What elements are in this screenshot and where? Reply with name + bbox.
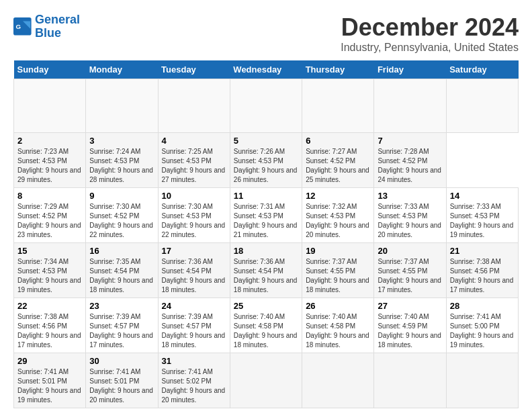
day-cell-14: 14 Sunrise: 7:33 AMSunset: 4:53 PMDaylig… xyxy=(446,188,518,243)
day-cell-30: 30 Sunrise: 7:41 AMSunset: 5:01 PMDaylig… xyxy=(86,353,158,408)
week-row-5: 22 Sunrise: 7:38 AMSunset: 4:56 PMDaylig… xyxy=(14,298,519,353)
day-number: 29 xyxy=(17,356,82,366)
day-number: 8 xyxy=(17,191,82,201)
day-info: Sunrise: 7:39 AMSunset: 4:57 PMDaylight:… xyxy=(162,312,226,350)
day-info: Sunrise: 7:28 AMSunset: 4:52 PMDaylight:… xyxy=(378,147,442,185)
day-info: Sunrise: 7:31 AMSunset: 4:53 PMDaylight:… xyxy=(234,202,298,240)
empty-cell xyxy=(230,353,302,408)
day-info: Sunrise: 7:40 AMSunset: 4:58 PMDaylight:… xyxy=(306,312,370,350)
day-number: 2 xyxy=(17,136,82,146)
day-number: 25 xyxy=(234,301,298,311)
day-cell-18: 18 Sunrise: 7:36 AMSunset: 4:54 PMDaylig… xyxy=(230,243,302,298)
day-cell-5: 5 Sunrise: 7:26 AMSunset: 4:53 PMDayligh… xyxy=(230,133,302,188)
day-info: Sunrise: 7:33 AMSunset: 4:53 PMDaylight:… xyxy=(378,202,442,240)
day-info: Sunrise: 7:38 AMSunset: 4:56 PMDaylight:… xyxy=(450,257,515,295)
svg-text:G: G xyxy=(16,23,21,30)
day-number: 27 xyxy=(378,301,442,311)
empty-cell xyxy=(302,353,374,408)
day-number: 3 xyxy=(89,136,154,146)
day-info: Sunrise: 7:24 AMSunset: 4:53 PMDaylight:… xyxy=(89,147,154,185)
day-info: Sunrise: 7:40 AMSunset: 4:58 PMDaylight:… xyxy=(234,312,298,350)
day-cell-31: 31 Sunrise: 7:41 AMSunset: 5:02 PMDaylig… xyxy=(158,353,230,408)
day-cell-24: 24 Sunrise: 7:39 AMSunset: 4:57 PMDaylig… xyxy=(158,298,230,353)
location-title: Industry, Pennsylvania, United States xyxy=(341,42,519,54)
day-info: Sunrise: 7:33 AMSunset: 4:53 PMDaylight:… xyxy=(450,202,515,240)
day-cell-9: 9 Sunrise: 7:30 AMSunset: 4:52 PMDayligh… xyxy=(86,188,158,243)
day-cell-21: 21 Sunrise: 7:38 AMSunset: 4:56 PMDaylig… xyxy=(446,243,518,298)
day-number: 17 xyxy=(162,246,226,256)
empty-cell xyxy=(14,79,86,133)
day-info: Sunrise: 7:41 AMSunset: 5:01 PMDaylight:… xyxy=(89,367,154,405)
day-info: Sunrise: 7:36 AMSunset: 4:54 PMDaylight:… xyxy=(162,257,226,295)
day-cell-28: 28 Sunrise: 7:41 AMSunset: 5:00 PMDaylig… xyxy=(446,298,518,353)
day-number: 12 xyxy=(306,191,370,201)
day-info: Sunrise: 7:27 AMSunset: 4:52 PMDaylight:… xyxy=(306,147,370,185)
empty-cell xyxy=(446,79,518,133)
week-row-1 xyxy=(14,79,519,133)
day-number: 28 xyxy=(450,301,515,311)
header-saturday: Saturday xyxy=(446,60,518,79)
day-number: 11 xyxy=(234,191,298,201)
week-row-6: 29 Sunrise: 7:41 AMSunset: 5:01 PMDaylig… xyxy=(14,353,519,408)
empty-cell xyxy=(374,79,446,133)
header-thursday: Thursday xyxy=(302,60,374,79)
day-cell-4: 4 Sunrise: 7:25 AMSunset: 4:53 PMDayligh… xyxy=(158,133,230,188)
day-cell-15: 15 Sunrise: 7:34 AMSunset: 4:53 PMDaylig… xyxy=(14,243,86,298)
logo-icon: G xyxy=(13,17,32,36)
day-number: 20 xyxy=(378,246,442,256)
day-cell-10: 10 Sunrise: 7:30 AMSunset: 4:53 PMDaylig… xyxy=(158,188,230,243)
title-area: December 2024 Industry, Pennsylvania, Un… xyxy=(341,13,519,54)
day-cell-23: 23 Sunrise: 7:39 AMSunset: 4:57 PMDaylig… xyxy=(86,298,158,353)
calendar-header-row: SundayMondayTuesdayWednesdayThursdayFrid… xyxy=(14,60,519,79)
week-row-3: 8 Sunrise: 7:29 AMSunset: 4:52 PMDayligh… xyxy=(14,188,519,243)
header: G General Blue December 2024 Industry, P… xyxy=(13,13,519,54)
day-cell-8: 8 Sunrise: 7:29 AMSunset: 4:52 PMDayligh… xyxy=(14,188,86,243)
day-number: 21 xyxy=(450,246,515,256)
day-cell-12: 12 Sunrise: 7:32 AMSunset: 4:53 PMDaylig… xyxy=(302,188,374,243)
day-cell-13: 13 Sunrise: 7:33 AMSunset: 4:53 PMDaylig… xyxy=(374,188,446,243)
calendar-table: SundayMondayTuesdayWednesdayThursdayFrid… xyxy=(13,60,519,408)
day-number: 9 xyxy=(89,191,154,201)
day-cell-27: 27 Sunrise: 7:40 AMSunset: 4:59 PMDaylig… xyxy=(374,298,446,353)
day-info: Sunrise: 7:38 AMSunset: 4:56 PMDaylight:… xyxy=(17,312,82,350)
day-number: 10 xyxy=(162,191,226,201)
day-number: 16 xyxy=(89,246,154,256)
day-number: 24 xyxy=(162,301,226,311)
day-info: Sunrise: 7:37 AMSunset: 4:55 PMDaylight:… xyxy=(306,257,370,295)
day-number: 6 xyxy=(306,136,370,146)
day-info: Sunrise: 7:41 AMSunset: 5:02 PMDaylight:… xyxy=(162,367,226,405)
day-info: Sunrise: 7:36 AMSunset: 4:54 PMDaylight:… xyxy=(234,257,298,295)
day-info: Sunrise: 7:41 AMSunset: 5:00 PMDaylight:… xyxy=(450,312,515,350)
logo-text: General Blue xyxy=(35,13,80,40)
day-number: 5 xyxy=(234,136,298,146)
day-number: 4 xyxy=(162,136,226,146)
day-info: Sunrise: 7:25 AMSunset: 4:53 PMDaylight:… xyxy=(162,147,226,185)
day-info: Sunrise: 7:41 AMSunset: 5:01 PMDaylight:… xyxy=(17,367,82,405)
day-cell-20: 20 Sunrise: 7:37 AMSunset: 4:55 PMDaylig… xyxy=(374,243,446,298)
day-cell-17: 17 Sunrise: 7:36 AMSunset: 4:54 PMDaylig… xyxy=(158,243,230,298)
day-info: Sunrise: 7:35 AMSunset: 4:54 PMDaylight:… xyxy=(89,257,154,295)
day-number: 15 xyxy=(17,246,82,256)
day-info: Sunrise: 7:30 AMSunset: 4:52 PMDaylight:… xyxy=(89,202,154,240)
day-info: Sunrise: 7:34 AMSunset: 4:53 PMDaylight:… xyxy=(17,257,82,295)
day-info: Sunrise: 7:30 AMSunset: 4:53 PMDaylight:… xyxy=(162,202,226,240)
day-cell-6: 6 Sunrise: 7:27 AMSunset: 4:52 PMDayligh… xyxy=(302,133,374,188)
day-cell-26: 26 Sunrise: 7:40 AMSunset: 4:58 PMDaylig… xyxy=(302,298,374,353)
day-cell-29: 29 Sunrise: 7:41 AMSunset: 5:01 PMDaylig… xyxy=(14,353,86,408)
header-monday: Monday xyxy=(86,60,158,79)
logo: G General Blue xyxy=(13,13,80,40)
day-info: Sunrise: 7:40 AMSunset: 4:59 PMDaylight:… xyxy=(378,312,442,350)
header-sunday: Sunday xyxy=(14,60,86,79)
day-number: 14 xyxy=(450,191,515,201)
day-cell-22: 22 Sunrise: 7:38 AMSunset: 4:56 PMDaylig… xyxy=(14,298,86,353)
day-number: 13 xyxy=(378,191,442,201)
empty-cell xyxy=(302,79,374,133)
day-number: 19 xyxy=(306,246,370,256)
day-number: 31 xyxy=(162,356,226,366)
day-cell-3: 3 Sunrise: 7:24 AMSunset: 4:53 PMDayligh… xyxy=(86,133,158,188)
day-cell-7: 7 Sunrise: 7:28 AMSunset: 4:52 PMDayligh… xyxy=(374,133,446,188)
day-info: Sunrise: 7:29 AMSunset: 4:52 PMDaylight:… xyxy=(17,202,82,240)
day-number: 26 xyxy=(306,301,370,311)
day-number: 7 xyxy=(378,136,442,146)
day-number: 23 xyxy=(89,301,154,311)
